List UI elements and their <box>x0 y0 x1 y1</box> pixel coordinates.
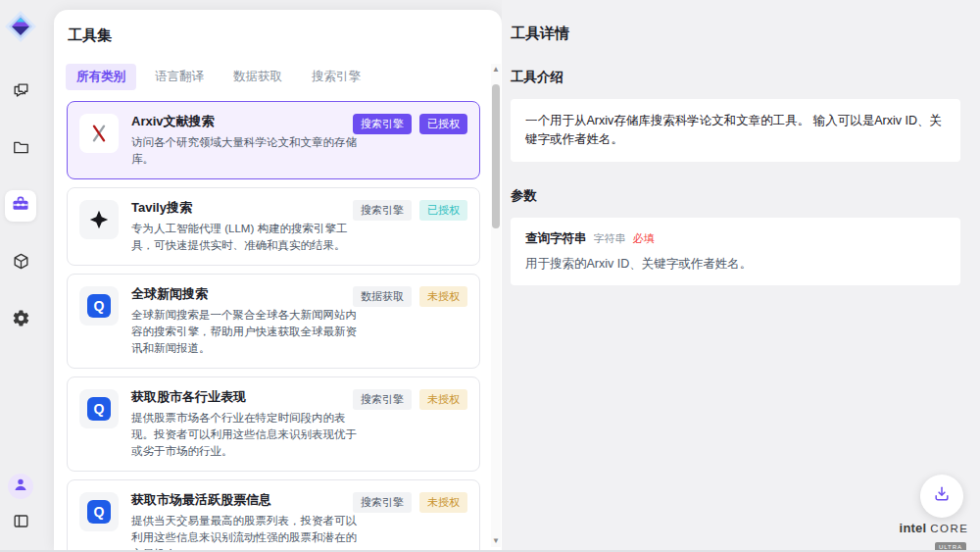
tool-card[interactable]: Q 获取股市各行业表现 提供股票市场各个行业在特定时间段内的表现。投资者可以利用… <box>67 376 480 472</box>
tool-card-title: Arxiv文献搜索 <box>131 114 359 130</box>
tab-all-categories[interactable]: 所有类别 <box>66 64 136 90</box>
tool-card-badges: 数据获取 未授权 <box>353 286 467 307</box>
intel-logo-text: intel <box>900 521 927 535</box>
params-heading: 参数 <box>511 187 960 205</box>
tool-auth-badge: 未授权 <box>419 492 467 513</box>
tool-card-body: Tavily搜索 专为人工智能代理 (LLM) 构建的搜索引擎工具，可快速提供实… <box>131 200 359 253</box>
q-search-icon: Q <box>79 286 119 326</box>
core-logo-text: core <box>930 523 968 534</box>
tool-card-body: 获取市场最活跃股票信息 提供当天交易量最高的股票列表，投资者可以利用这些信息来识… <box>131 492 359 550</box>
tool-card-description: 提供当天交易量最高的股票列表，投资者可以利用这些信息来识别流动性强的股票和潜在的… <box>131 513 359 550</box>
tool-auth-badge: 未授权 <box>419 286 467 307</box>
tool-auth-badge: 已授权 <box>419 200 467 221</box>
tool-card-title: 获取股市各行业表现 <box>131 389 359 406</box>
sidebar-item-cube[interactable] <box>5 247 36 278</box>
tool-card[interactable]: Arxiv文献搜索 访问各个研究领域大量科学论文和文章的存储库。 搜索引擎 已授… <box>67 101 480 179</box>
intel-core-logo: intel core ultra <box>899 521 969 552</box>
scroll-down-icon[interactable]: ▼ <box>491 535 501 547</box>
arxiv-logo-icon <box>79 114 119 153</box>
folder-icon <box>12 138 30 161</box>
tool-card[interactable]: Q 获取市场最活跃股票信息 提供当天交易量最高的股票列表，投资者可以利用这些信息… <box>67 479 480 550</box>
sidebar-item-chat[interactable] <box>5 76 36 108</box>
toolbox-icon <box>11 194 30 218</box>
param-card: 查询字符串 字符串 必填 用于搜索的Arxiv ID、关键字或作者姓名。 <box>511 218 960 285</box>
tool-card-description: 专为人工智能代理 (LLM) 构建的搜索引擎工具，可快速提供实时、准确和真实的结… <box>131 221 359 253</box>
tool-card-title: Tavily搜索 <box>131 200 359 217</box>
tool-auth-badge: 已授权 <box>419 114 467 134</box>
intro-card: 一个用于从Arxiv存储库搜索科学论文和文章的工具。 输入可以是Arxiv ID… <box>511 99 960 162</box>
tool-card-title: 获取市场最活跃股票信息 <box>131 492 359 509</box>
tool-category-badge: 搜索引擎 <box>353 389 412 410</box>
app-logo-diamond-icon <box>5 11 36 42</box>
cube-icon <box>12 252 30 275</box>
tab-language-translation[interactable]: 语言翻译 <box>144 64 215 90</box>
tab-search-engine[interactable]: 搜索引擎 <box>301 64 371 90</box>
tool-card-badges: 搜索引擎 未授权 <box>353 389 467 410</box>
tab-data-fetch[interactable]: 数据获取 <box>222 64 293 90</box>
tool-detail-panel: 工具详情 工具介绍 一个用于从Arxiv存储库搜索科学论文和文章的工具。 输入可… <box>502 0 980 550</box>
param-type: 字符串 <box>594 231 626 246</box>
sidebar-item-folder[interactable] <box>5 133 36 165</box>
scrollbar-thumb[interactable] <box>492 84 500 228</box>
tool-card-body: 全球新闻搜索 全球新闻搜索是一个聚合全球各大新闻网站内容的搜索引擎，帮助用户快速… <box>131 286 359 356</box>
tool-card-body: Arxiv文献搜索 访问各个研究领域大量科学论文和文章的存储库。 <box>131 114 359 167</box>
sidebar-item-settings[interactable] <box>5 304 36 335</box>
tool-card[interactable]: Tavily搜索 专为人工智能代理 (LLM) 构建的搜索引擎工具，可快速提供实… <box>67 187 480 266</box>
tool-card-description: 访问各个研究领域大量科学论文和文章的存储库。 <box>131 134 359 167</box>
user-avatar[interactable] <box>8 474 33 499</box>
param-required-flag: 必填 <box>633 231 655 246</box>
intro-heading: 工具介绍 <box>511 69 960 86</box>
q-search-icon: Q <box>79 389 119 428</box>
tool-category-badge: 搜索引擎 <box>353 492 412 513</box>
tool-auth-badge: 未授权 <box>419 389 467 410</box>
tool-card-description: 全球新闻搜索是一个聚合全球各大新闻网站内容的搜索引擎，帮助用户快速获取全球最新资… <box>131 307 359 356</box>
gear-icon <box>12 309 30 331</box>
sidebar-item-toolbox[interactable] <box>5 190 36 222</box>
tool-list-panel: 工具集 所有类别语言翻译数据获取搜索引擎 Arxiv文献搜索 访问各个研究领域大… <box>54 10 502 550</box>
tool-card-list: Arxiv文献搜索 访问各个研究领域大量科学论文和文章的存储库。 搜索引擎 已授… <box>67 101 480 550</box>
intro-text: 一个用于从Arxiv存储库搜索科学论文和文章的工具。 输入可以是Arxiv ID… <box>525 112 946 149</box>
toggle-sidebar-button[interactable] <box>9 511 32 534</box>
q-search-icon: Q <box>79 492 119 531</box>
layout-panel-icon <box>12 512 30 534</box>
param-row: 查询字符串 字符串 必填 <box>525 230 946 247</box>
side-rail <box>0 0 41 552</box>
tool-category-badge: 搜索引擎 <box>353 200 412 221</box>
download-button[interactable] <box>920 475 963 518</box>
tool-card-description: 提供股票市场各个行业在特定时间段内的表现。投资者可以利用这些信息来识别表现优于或… <box>131 410 359 459</box>
detail-title: 工具详情 <box>511 25 960 43</box>
tool-card[interactable]: Q 全球新闻搜索 全球新闻搜索是一个聚合全球各大新闻网站内容的搜索引擎，帮助用户… <box>67 274 480 369</box>
tool-card-badges: 搜索引擎 已授权 <box>353 200 467 221</box>
tool-card-badges: 搜索引擎 未授权 <box>353 492 467 513</box>
tool-card-title: 全球新闻搜索 <box>131 286 359 303</box>
page-title: 工具集 <box>68 26 502 45</box>
tool-category-badge: 搜索引擎 <box>353 114 412 134</box>
tavily-star-icon <box>79 200 119 239</box>
tool-card-badges: 搜索引擎 已授权 <box>353 114 467 134</box>
list-scrollbar[interactable]: ▲ ▼ <box>491 64 501 547</box>
rail-bottom <box>0 474 41 534</box>
param-description: 用于搜索的Arxiv ID、关键字或作者姓名。 <box>525 256 946 273</box>
user-avatar-icon <box>12 476 29 497</box>
tool-card-body: 获取股市各行业表现 提供股票市场各个行业在特定时间段内的表现。投资者可以利用这些… <box>131 389 359 459</box>
category-tabs: 所有类别语言翻译数据获取搜索引擎 <box>66 64 502 90</box>
tool-category-badge: 数据获取 <box>353 286 412 307</box>
download-icon <box>932 484 952 508</box>
scroll-up-icon[interactable]: ▲ <box>491 64 501 75</box>
param-name: 查询字符串 <box>525 230 587 247</box>
chat-icon <box>12 81 30 104</box>
rail-nav <box>0 76 41 335</box>
